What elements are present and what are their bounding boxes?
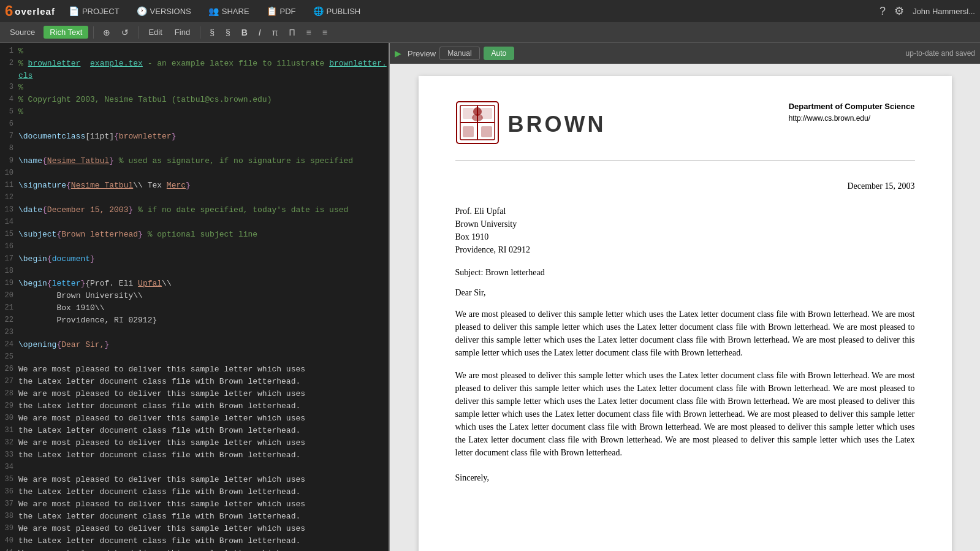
overleaf-logo[interactable]: 6 overleaf [5, 2, 55, 20]
code-line-37: 37 We are most pleased to deliver this s… [0, 498, 389, 511]
letter-body: We are most pleased to deliver this samp… [455, 308, 915, 459]
share-icon: 👥 [208, 6, 219, 16]
code-line-14: 14 [0, 216, 389, 229]
bold-btn[interactable]: B [237, 26, 252, 39]
list-ordered-btn[interactable]: ≡ [318, 26, 332, 39]
code-line-26: 26 We are most pleased to deliver this s… [0, 363, 389, 376]
letter-date: December 15, 2003 [455, 180, 915, 192]
richtext-tab[interactable]: Rich Text [44, 26, 88, 39]
university-name: BROWN [508, 108, 606, 141]
subsection-btn[interactable]: § [221, 26, 235, 39]
svg-rect-7 [481, 126, 492, 137]
find-btn[interactable]: Find [170, 26, 195, 39]
code-line-5: 5 % [0, 106, 389, 118]
settings-icon[interactable]: ⚙ [894, 4, 904, 18]
code-line-8: 8 [0, 143, 389, 155]
code-line-1: 1 % [0, 45, 389, 58]
versions-icon: 🕐 [137, 6, 147, 16]
main-area: 1 % 2 % brownletter example.tex - an exa… [0, 43, 980, 551]
code-line-32: 32 We are most pleased to deliver this s… [0, 437, 389, 449]
editor-panel: 1 % 2 % brownletter example.tex - an exa… [0, 43, 390, 551]
code-line-39: 39 We are most pleased to deliver this s… [0, 523, 389, 535]
code-line-34: 34 [0, 462, 389, 474]
addressee-line3: Box 1910 [455, 230, 915, 243]
edit-btn[interactable]: Edit [143, 26, 167, 39]
editor-content[interactable]: 1 % 2 % brownletter example.tex - an exa… [0, 43, 389, 551]
code-line-6: 6 [0, 118, 389, 131]
math-display-btn[interactable]: Π [284, 26, 299, 39]
code-line-35: 35 We are most pleased to deliver this s… [0, 474, 389, 486]
preview-label: Preview [408, 49, 436, 58]
preview-status: up-to-date and saved [906, 49, 975, 58]
top-navigation: 6 overleaf 📄 PROJECT 🕐 VERSIONS 👥 SHARE … [0, 0, 980, 22]
svg-rect-6 [463, 126, 474, 137]
code-line-28: 28 We are most pleased to deliver this s… [0, 388, 389, 400]
code-line-11: 11 \signature{Nesime Tatbul\\ Tex Merc} [0, 180, 389, 192]
code-line-3: 3 % [0, 82, 389, 94]
svg-rect-9 [481, 108, 492, 119]
letter-page: BROWN Department of Computer Science htt… [419, 76, 952, 551]
project-btn[interactable]: 📄 PROJECT [65, 6, 123, 16]
letter-salutation: Dear Sir, [455, 286, 915, 299]
editor-toolbar: Source Rich Text ⊕ ↺ Edit Find § § B I π… [0, 22, 980, 43]
code-line-29: 29 the Latex letter document class file … [0, 400, 389, 412]
dept-name: Department of Computer Science [789, 101, 915, 113]
code-line-12: 12 [0, 192, 389, 204]
letter-para2: We are most pleased to deliver this samp… [455, 369, 915, 459]
share-btn[interactable]: 👥 SHARE [205, 6, 253, 16]
italic-btn[interactable]: I [254, 26, 265, 39]
auto-btn[interactable]: Auto [484, 47, 515, 60]
pdf-icon: 📋 [267, 6, 277, 16]
code-line-2: 2 % brownletter example.tex - an example… [0, 58, 389, 82]
section-btn[interactable]: § [205, 26, 219, 39]
code-line-21: 21 Box 1910\\ [0, 302, 389, 314]
code-line-36: 36 the Latex letter document class file … [0, 486, 389, 498]
letter-closing-text: Sincerely, [455, 471, 915, 484]
code-line-10: 10 [0, 167, 389, 180]
preview-content: BROWN Department of Computer Science htt… [390, 64, 980, 551]
code-line-18: 18 [0, 265, 389, 278]
code-line-25: 25 [0, 351, 389, 363]
pdf-btn[interactable]: 📋 PDF [263, 6, 300, 16]
history-btn[interactable]: ↺ [117, 26, 133, 39]
preview-toolbar: ▶ Preview Manual Auto up-to-date and sav… [390, 43, 980, 64]
code-line-19: 19 \begin{letter}{Prof. Eli Upfal\\ [0, 278, 389, 290]
code-line-23: 23 [0, 327, 389, 339]
panel-resize-arrow[interactable]: ◀ [389, 288, 390, 306]
code-line-33: 33 the Latex letter document class file … [0, 449, 389, 462]
dept-url: http://www.cs.brown.edu/ [789, 113, 915, 124]
code-line-7: 7 \documentclass[11pt]{brownletter} [0, 131, 389, 143]
letter-address: Prof. Eli Upfal Brown University Box 191… [455, 205, 915, 256]
preview-panel: ▶ Preview Manual Auto up-to-date and sav… [390, 43, 980, 551]
math-inline-btn[interactable]: π [268, 26, 283, 39]
versions-btn[interactable]: 🕐 VERSIONS [133, 6, 195, 16]
insert-file-btn[interactable]: ⊕ [99, 26, 115, 39]
code-line-15: 15 \subject{Brown letterhead} % optional… [0, 229, 389, 241]
addressee-line1: Prof. Eli Upfal [455, 205, 915, 218]
topbar-right: ? ⚙ John Hammersl... [879, 4, 975, 18]
dept-info: Department of Computer Science http://ww… [789, 101, 915, 124]
preview-play-icon: ▶ [395, 48, 401, 58]
code-line-27: 27 the Latex letter document class file … [0, 376, 389, 388]
code-line-13: 13 \date{December 15, 2003} % if no date… [0, 204, 389, 216]
letter-para1: We are most pleased to deliver this samp… [455, 308, 915, 359]
letter-closing: Sincerely, [455, 471, 915, 484]
manual-btn[interactable]: Manual [439, 47, 479, 60]
svg-rect-8 [463, 108, 474, 119]
code-line-9: 9 \name{Nesime Tatbul} % used as signatu… [0, 155, 389, 167]
source-tab[interactable]: Source [4, 26, 41, 39]
toolbar-separator-3 [200, 26, 200, 39]
code-line-20: 20 Brown University\\ [0, 290, 389, 302]
project-icon: 📄 [69, 6, 79, 16]
code-line-22: 22 Providence, RI 02912} [0, 314, 389, 327]
letter-header: BROWN Department of Computer Science htt… [455, 101, 915, 161]
publish-btn[interactable]: 🌐 PUBLISH [310, 6, 365, 16]
code-line-24: 24 \opening{Dear Sir,} [0, 339, 389, 351]
user-name[interactable]: John Hammersl... [913, 7, 975, 16]
code-line-17: 17 \begin{document} [0, 253, 389, 265]
help-icon[interactable]: ? [879, 5, 886, 18]
publish-icon: 🌐 [313, 6, 324, 16]
code-line-4: 4 % Copyright 2003, Nesime Tatbul (tatbu… [0, 94, 389, 106]
code-line-31: 31 the Latex letter document class file … [0, 425, 389, 437]
list-btn[interactable]: ≡ [302, 26, 316, 39]
